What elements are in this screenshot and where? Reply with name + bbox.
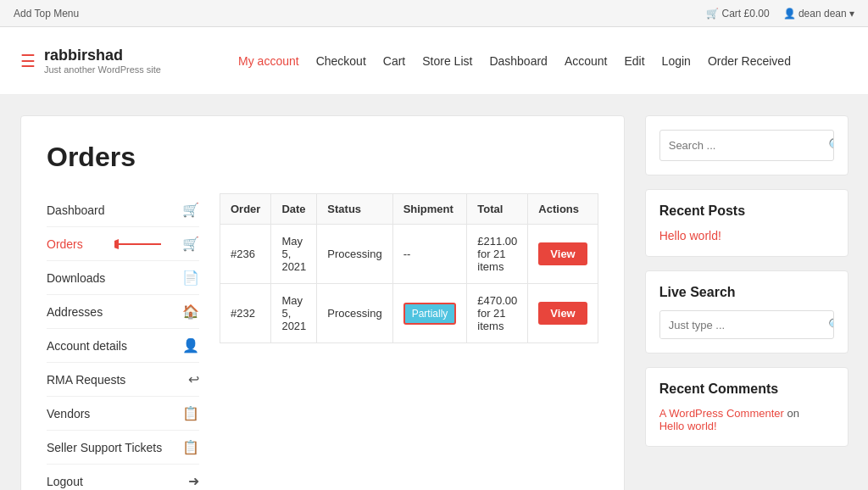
account-layout: Dashboard 🛒 Orders 🛒	[47, 193, 598, 490]
col-shipment: Shipment	[392, 194, 467, 225]
order-date-1: May 5, 2021	[271, 225, 317, 284]
recent-posts-widget: Recent Posts Hello world!	[645, 189, 849, 257]
nav-checkout[interactable]: Checkout	[316, 54, 366, 68]
arrow-annotation	[114, 231, 165, 257]
search-input[interactable]	[660, 132, 820, 159]
col-actions: Actions	[528, 194, 598, 225]
recent-comments-widget: Recent Comments A WordPress Commenter on…	[645, 367, 849, 447]
vendors-label: Vendors	[47, 407, 90, 420]
downloads-label: Downloads	[47, 271, 105, 285]
sidebar: 🔍 Recent Posts Hello world! Live Search …	[645, 115, 849, 490]
cart-info[interactable]: 🛒 Cart £0.00	[706, 8, 769, 19]
seller-support-icon: 📋	[182, 439, 199, 455]
orders-table: Order Date Status Shipment Total Actions…	[220, 193, 598, 343]
nav-item-dashboard[interactable]: Dashboard 🛒	[47, 193, 199, 227]
orders-icon: 🛒	[182, 236, 199, 252]
order-total-1: £211.00 for 21 items	[467, 225, 528, 284]
site-header: ☰ rabbirshad Just another WordPress site…	[0, 27, 868, 95]
page-wrapper: Orders Dashboard 🛒 Orders 🛒	[10, 115, 858, 490]
nav-item-account-details[interactable]: Account details 👤	[47, 329, 199, 363]
nav-cart[interactable]: Cart	[383, 54, 405, 68]
search-box[interactable]: 🔍	[659, 130, 834, 161]
search-widget: 🔍	[645, 115, 849, 175]
nav-login[interactable]: Login	[662, 54, 691, 68]
nav-item-addresses[interactable]: Addresses 🏠	[47, 295, 199, 329]
account-nav: Dashboard 🛒 Orders 🛒	[47, 193, 199, 490]
addresses-label: Addresses	[47, 305, 103, 319]
chevron-down-icon: ▾	[849, 8, 854, 19]
site-tagline: Just another WordPress site	[44, 64, 161, 75]
nav-order-received[interactable]: Order Received	[708, 54, 791, 68]
orders-section: Order Date Status Shipment Total Actions…	[220, 193, 598, 490]
orders-label: Orders	[47, 237, 83, 251]
recent-comments-title: Recent Comments	[659, 381, 834, 397]
account-details-label: Account details	[47, 339, 127, 353]
addresses-icon: 🏠	[182, 303, 199, 320]
table-row: #236 May 5, 2021 Processing -- £211.00 f…	[220, 225, 598, 284]
logout-icon: ➜	[188, 473, 199, 489]
comment-post-link[interactable]: Hello world!	[659, 420, 717, 432]
order-number-1: #236	[220, 225, 271, 284]
seller-support-label: Seller Support Tickets	[47, 441, 162, 454]
recent-posts-title: Recent Posts	[659, 203, 834, 219]
nav-item-seller-support[interactable]: Seller Support Tickets 📋	[47, 431, 199, 465]
col-status: Status	[317, 194, 392, 225]
view-button-1[interactable]: View	[538, 242, 587, 265]
commenter-name[interactable]: A WordPress Commenter	[659, 407, 784, 420]
order-number-2: #232	[220, 284, 271, 343]
main-content: Orders Dashboard 🛒 Orders 🛒	[20, 115, 625, 490]
nav-item-vendors[interactable]: Vendors 📋	[47, 397, 199, 431]
live-search-box[interactable]: 🔍	[659, 310, 834, 339]
dashboard-label: Dashboard	[47, 203, 105, 217]
order-shipment-2[interactable]: Partially	[392, 284, 467, 343]
order-action-1[interactable]: View	[528, 225, 598, 284]
vendors-icon: 📋	[182, 405, 199, 421]
table-row: #232 May 5, 2021 Processing Partially £4…	[220, 284, 598, 343]
nav-account[interactable]: Account	[565, 54, 608, 68]
order-action-2[interactable]: View	[528, 284, 598, 343]
menu-icon[interactable]: ☰	[20, 51, 36, 71]
order-status-2: Processing	[317, 284, 392, 343]
nav-dashboard[interactable]: Dashboard	[489, 54, 548, 68]
user-menu[interactable]: 👤 dean dean ▾	[783, 8, 854, 19]
nav-my-account[interactable]: My account	[238, 54, 299, 68]
nav-edit[interactable]: Edit	[624, 54, 644, 68]
logout-label: Logout	[47, 475, 83, 488]
order-shipment-1: --	[392, 225, 467, 284]
col-order: Order	[220, 194, 271, 225]
site-logo[interactable]: ☰ rabbirshad Just another WordPress site	[20, 47, 161, 75]
order-date-2: May 5, 2021	[271, 284, 317, 343]
search-button[interactable]: 🔍	[820, 131, 834, 160]
add-top-menu[interactable]: Add Top Menu	[14, 8, 79, 19]
col-date: Date	[271, 194, 317, 225]
partially-badge: Partially	[403, 303, 457, 325]
live-search-widget: Live Search 🔍	[645, 270, 849, 354]
cart-icon: 🛒	[706, 8, 719, 19]
site-name: rabbirshad	[44, 47, 161, 64]
nav-item-downloads[interactable]: Downloads 📄	[47, 261, 199, 295]
view-button-2[interactable]: View	[538, 302, 587, 325]
nav-store-list[interactable]: Store List	[422, 54, 472, 68]
live-search-button[interactable]: 🔍	[820, 311, 834, 338]
order-total-2: £470.00 for 21 items	[467, 284, 528, 343]
comment-entry: A WordPress Commenter on Hello world!	[659, 407, 834, 432]
dashboard-icon: 🛒	[182, 202, 199, 218]
rma-label: RMA Requests	[47, 373, 125, 387]
recent-post-item[interactable]: Hello world!	[659, 229, 721, 242]
live-search-input[interactable]	[660, 312, 820, 338]
rma-icon: ↩	[188, 371, 199, 387]
account-details-icon: 👤	[182, 337, 199, 354]
col-total: Total	[467, 194, 528, 225]
nav-item-rma[interactable]: RMA Requests ↩	[47, 363, 199, 397]
nav-item-logout[interactable]: Logout ➜	[47, 465, 199, 490]
live-search-title: Live Search	[659, 285, 834, 300]
order-status-1: Processing	[317, 225, 392, 284]
user-icon: 👤	[783, 8, 796, 19]
downloads-icon: 📄	[182, 270, 199, 286]
main-nav: My account Checkout Cart Store List Dash…	[181, 54, 848, 68]
page-title: Orders	[47, 142, 598, 173]
admin-bar: Add Top Menu 🛒 Cart £0.00 👤 dean dean ▾	[0, 0, 868, 27]
comment-on-text: on	[787, 407, 798, 420]
